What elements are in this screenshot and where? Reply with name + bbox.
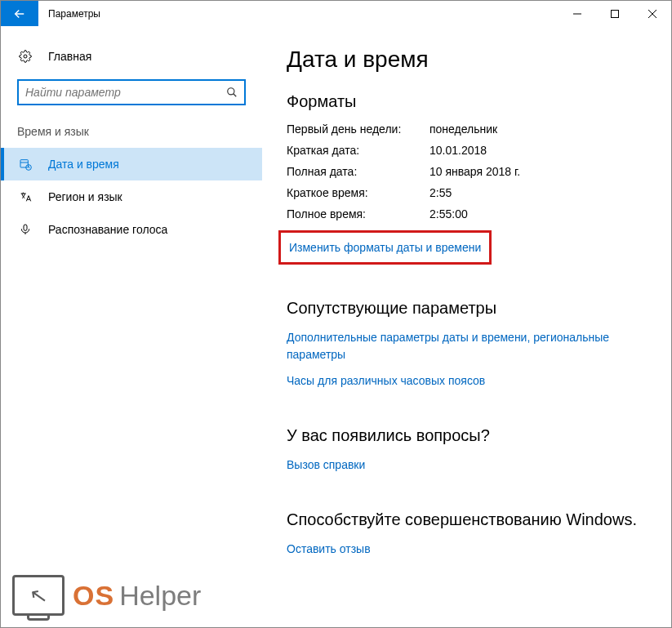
search-box[interactable] (17, 79, 246, 105)
search-container (1, 69, 262, 120)
search-icon (226, 87, 238, 98)
svg-point-4 (24, 55, 27, 58)
format-key: Краткое время: (287, 186, 429, 199)
maximize-button[interactable] (596, 1, 634, 26)
page-title: Дата и время (287, 47, 647, 73)
main-panel: Дата и время Форматы Первый день недели:… (262, 27, 671, 627)
watermark-text-2: Helper (119, 580, 201, 612)
sidebar: Главная Время и язык Дата и время Регион… (1, 27, 262, 627)
feedback-link[interactable]: Оставить отзыв (287, 541, 371, 557)
svg-point-5 (228, 88, 234, 95)
feedback-heading: Способствуйте совершенствованию Windows. (287, 510, 647, 529)
format-row: Краткая дата: 10.01.2018 (287, 144, 647, 157)
svg-line-6 (234, 94, 237, 97)
formats-heading: Форматы (287, 92, 647, 111)
nav-item-speech[interactable]: Распознавание голоса (1, 213, 262, 246)
format-value: 2:55:00 (429, 207, 468, 220)
format-row: Краткое время: 2:55 (287, 186, 647, 199)
nav-item-region-language[interactable]: Регион и язык (1, 180, 262, 213)
related-link-clocks[interactable]: Часы для различных часовых поясов (287, 372, 485, 389)
sidebar-group-title: Время и язык (1, 120, 262, 148)
help-link[interactable]: Вызов справки (287, 457, 365, 473)
related-heading: Сопутствующие параметры (287, 299, 647, 318)
minimize-button[interactable] (559, 1, 596, 26)
help-heading: У вас появились вопросы? (287, 426, 647, 445)
format-key: Краткая дата: (287, 144, 429, 157)
format-value: 2:55 (429, 186, 452, 199)
calendar-clock-icon (17, 158, 33, 171)
content-area: Главная Время и язык Дата и время Регион… (1, 27, 671, 627)
format-row: Полное время: 2:55:00 (287, 207, 647, 220)
monitor-cursor-icon: ↖ (12, 575, 65, 616)
watermark-text-1: OS (73, 580, 114, 612)
format-key: Первый день недели: (287, 122, 429, 136)
format-value: понедельник (429, 122, 497, 136)
related-link-additional[interactable]: Дополнительные параметры даты и времени,… (287, 329, 638, 363)
home-button[interactable]: Главная (1, 43, 262, 69)
format-value: 10.01.2018 (429, 144, 487, 157)
gear-icon (17, 50, 33, 63)
nav-item-label: Регион и язык (48, 190, 122, 203)
back-button[interactable] (1, 1, 38, 26)
microphone-icon (17, 223, 33, 236)
nav-item-label: Распознавание голоса (48, 223, 167, 236)
nav-item-date-time[interactable]: Дата и время (1, 148, 262, 180)
format-key: Полная дата: (287, 165, 429, 178)
titlebar-spacer (110, 1, 559, 26)
nav-item-label: Дата и время (48, 158, 119, 171)
format-row: Полная дата: 10 января 2018 г. (287, 165, 647, 178)
search-input[interactable] (19, 81, 244, 104)
window-title: Параметры (38, 1, 110, 26)
format-row: Первый день недели: понедельник (287, 122, 647, 136)
svg-rect-10 (24, 225, 27, 230)
language-icon (17, 190, 33, 203)
highlighted-link-box: Изменить форматы даты и времени (278, 230, 492, 265)
svg-rect-1 (612, 10, 619, 17)
arrow-left-icon (12, 7, 27, 21)
titlebar: Параметры (1, 1, 671, 27)
window-controls (559, 1, 671, 26)
close-button[interactable] (634, 1, 671, 26)
format-value: 10 января 2018 г. (429, 165, 520, 178)
format-key: Полное время: (287, 207, 429, 220)
change-formats-link[interactable]: Изменить форматы даты и времени (289, 239, 481, 256)
home-label: Главная (48, 50, 91, 63)
watermark-logo: ↖ OS Helper (12, 575, 201, 616)
svg-rect-7 (20, 160, 28, 167)
